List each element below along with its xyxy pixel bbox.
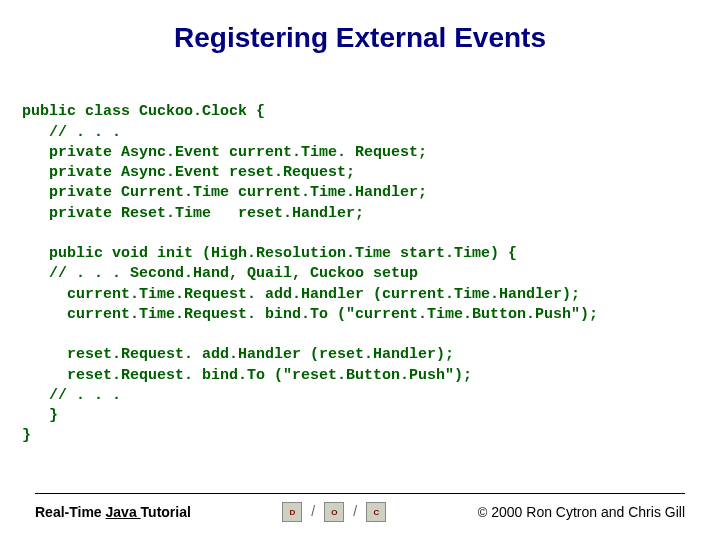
logo-slash-icon: /	[346, 502, 364, 520]
logo-letter-icon: D	[282, 502, 302, 522]
footer-underline: Java	[106, 504, 141, 520]
footer-text: Real-Time	[35, 504, 106, 520]
slide-title: Registering External Events	[0, 22, 720, 54]
code-block: public class Cuckoo.Clock { // . . . pri…	[22, 82, 698, 447]
copyright-text: 2000 Ron Cytron and Chris Gill	[491, 504, 685, 520]
code-line: reset.Request. bind.To ("reset.Button.Pu…	[22, 367, 472, 384]
footer-left: Real-Time Java Tutorial	[35, 504, 191, 520]
code-line: private Current.Time current.Time.Handle…	[22, 184, 427, 201]
code-line: private Async.Event reset.Request;	[22, 164, 355, 181]
logo-letter-icon: C	[366, 502, 386, 522]
code-line: current.Time.Request. bind.To ("current.…	[22, 306, 598, 323]
footer-divider	[35, 493, 685, 494]
code-line: private Async.Event current.Time. Reques…	[22, 144, 427, 161]
code-line: public void init (High.Resolution.Time s…	[22, 245, 517, 262]
code-line: }	[22, 427, 31, 444]
copyright-icon: ©	[478, 505, 488, 520]
code-line: public class Cuckoo.Clock {	[22, 103, 265, 120]
code-line: // . . .	[22, 387, 121, 404]
footer-text: Tutorial	[141, 504, 191, 520]
footer-logo: D / O / C	[282, 502, 386, 522]
code-line: current.Time.Request. add.Handler (curre…	[22, 286, 580, 303]
code-line: // . . .	[22, 124, 121, 141]
footer-copyright: © 2000 Ron Cytron and Chris Gill	[478, 504, 685, 520]
logo-letter-icon: O	[324, 502, 344, 522]
code-line: }	[22, 407, 58, 424]
logo-slash-icon: /	[304, 502, 322, 520]
code-line: reset.Request. add.Handler (reset.Handle…	[22, 346, 454, 363]
code-line: // . . . Second.Hand, Quail, Cuckoo setu…	[22, 265, 418, 282]
code-line: private Reset.Time reset.Handler;	[22, 205, 364, 222]
footer-row: Real-Time Java Tutorial D / O / C © 2000…	[35, 502, 685, 522]
footer: Real-Time Java Tutorial D / O / C © 2000…	[0, 493, 720, 522]
